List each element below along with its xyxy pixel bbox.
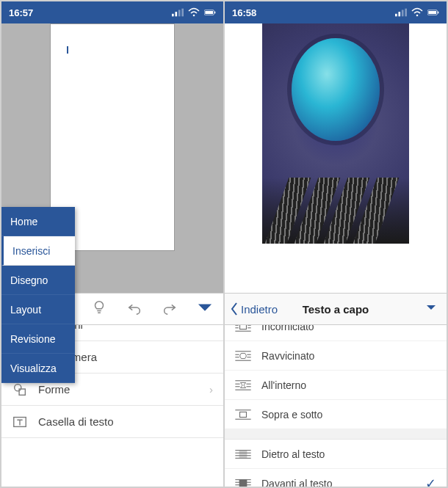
tool-label: Casella di testo — [38, 415, 114, 428]
status-time: 16:57 — [9, 7, 33, 18]
svg-rect-0 — [172, 14, 174, 17]
wrap-option-sopra-sotto[interactable]: Sopra e sotto — [225, 400, 447, 429]
wrap-square-icon — [235, 325, 251, 332]
status-bar: 16:57 — [1, 1, 223, 23]
panel-title: Testo a capo — [303, 303, 369, 316]
status-icons — [172, 7, 216, 18]
wrap-option-label: Davanti al testo — [261, 478, 333, 487]
inserted-image[interactable] — [262, 23, 409, 244]
svg-rect-43 — [240, 412, 247, 417]
wrap-tight-icon — [235, 350, 251, 362]
ribbon-tab-visualizza[interactable]: Visualizza — [1, 354, 75, 383]
hint-icon[interactable] — [91, 299, 107, 318]
list-separator — [225, 429, 447, 440]
screen-text-wrap: 16:58 Indietro Testo a capo Incorniciato — [223, 1, 447, 487]
cellular-icon — [172, 7, 184, 18]
wrap-option-allinterno[interactable]: All'interno — [225, 371, 447, 400]
wrap-option-label: Sopra e sotto — [261, 409, 322, 420]
shapes-icon — [12, 382, 28, 398]
back-label: Indietro — [241, 303, 278, 316]
wrap-through-icon — [235, 379, 251, 391]
svg-rect-1 — [175, 12, 177, 16]
text-cursor — [67, 46, 68, 54]
wrap-option-label: Incorniciato — [261, 325, 314, 332]
tool-label: Forme — [38, 383, 70, 396]
wrap-options-list: Incorniciato Ravvicinato All'interno Sop… — [225, 325, 447, 487]
cellular-icon — [395, 7, 407, 18]
battery-icon — [427, 7, 439, 18]
chevron-down-icon[interactable] — [197, 299, 213, 318]
wrap-option-ravvicinato[interactable]: Ravvicinato — [225, 341, 447, 371]
svg-rect-3 — [181, 9, 184, 17]
ribbon-tab-home[interactable]: Home — [1, 207, 75, 236]
chevron-left-icon — [229, 302, 239, 316]
wrap-option-dietro[interactable]: Dietro al testo — [225, 440, 447, 469]
wifi-icon — [411, 7, 423, 18]
chevron-down-icon[interactable] — [424, 301, 438, 317]
svg-point-19 — [416, 15, 419, 17]
svg-rect-21 — [428, 11, 436, 14]
screen-ribbon-menu: 16:57 Immagini Fotocamera Forme — [1, 1, 223, 487]
ribbon-menu: Home Inserisci Disegno Layout Revisione … — [1, 207, 75, 383]
svg-rect-45 — [239, 450, 248, 458]
wrap-option-label: All'interno — [261, 379, 306, 391]
svg-rect-17 — [402, 10, 404, 16]
svg-rect-22 — [438, 12, 438, 14]
wrap-behind-icon — [235, 448, 251, 460]
ribbon-tab-layout[interactable]: Layout — [1, 295, 75, 324]
wrap-topbot-icon — [235, 409, 251, 420]
status-icons — [395, 7, 439, 18]
back-button[interactable]: Indietro — [229, 302, 278, 316]
status-bar: 16:58 — [225, 1, 447, 23]
svg-point-4 — [193, 15, 195, 17]
status-time: 16:58 — [232, 7, 256, 18]
wrap-option-davanti[interactable]: Davanti al testo ✓ — [225, 469, 447, 487]
textbox-icon — [12, 414, 28, 430]
document-canvas[interactable] — [225, 23, 447, 293]
ribbon-tab-inserisci[interactable]: Inserisci — [1, 236, 75, 266]
check-icon: ✓ — [425, 476, 436, 487]
svg-rect-24 — [240, 325, 247, 329]
ribbon-tab-disegno[interactable]: Disegno — [1, 266, 75, 295]
svg-rect-7 — [214, 12, 215, 14]
svg-point-12 — [15, 384, 21, 390]
svg-rect-18 — [405, 9, 407, 17]
chevron-right-icon: › — [209, 383, 213, 396]
undo-icon[interactable] — [126, 299, 142, 318]
panel-header: Indietro Testo a capo — [225, 293, 447, 325]
battery-icon — [204, 7, 216, 18]
svg-rect-16 — [398, 12, 400, 16]
wrap-option-label: Ravvicinato — [261, 350, 314, 362]
wrap-front-icon — [235, 478, 251, 487]
svg-rect-2 — [178, 10, 181, 16]
wrap-option-label: Dietro al testo — [261, 448, 325, 460]
tool-textbox[interactable]: Casella di testo — [1, 406, 223, 438]
svg-rect-6 — [205, 11, 213, 14]
wrap-option-incorniciato[interactable]: Incorniciato — [225, 325, 447, 341]
redo-icon[interactable] — [162, 299, 178, 318]
wifi-icon — [188, 7, 200, 18]
svg-rect-54 — [239, 479, 248, 487]
ribbon-tab-revisione[interactable]: Revisione — [1, 324, 75, 354]
svg-rect-15 — [395, 14, 397, 17]
